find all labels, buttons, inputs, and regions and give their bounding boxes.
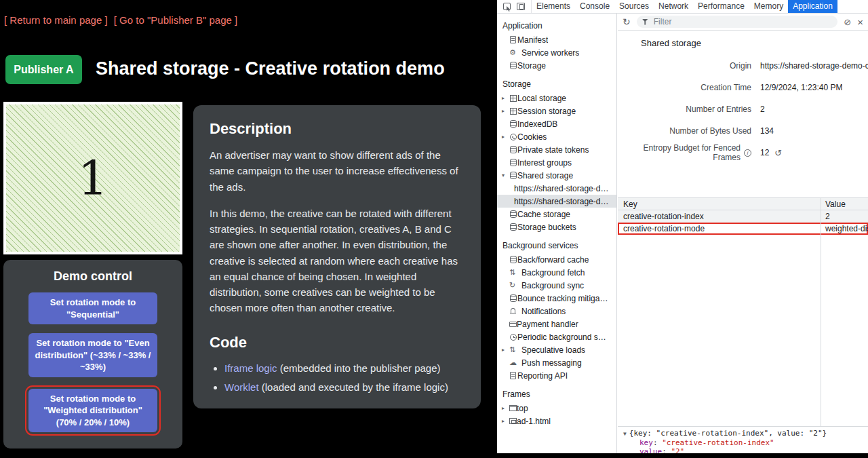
sidebar-item[interactable]: Back/forward cache	[497, 253, 616, 266]
inspect-element-icon[interactable]	[503, 3, 511, 10]
metadata-label: Entropy Budget for Fenced Frames	[623, 143, 751, 162]
rotation-mode-button[interactable]: Set rotation mode to "Sequential"	[28, 292, 157, 324]
preview-key: value	[639, 447, 662, 453]
devtools-tab[interactable]: Network	[654, 0, 693, 13]
sidebar-item[interactable]: https://shared-storage-d…	[497, 195, 616, 208]
metadata-label-text: Number of Entries	[686, 104, 751, 114]
reset-budget-icon[interactable]	[774, 148, 782, 158]
expander-icon[interactable]: ▼	[623, 431, 627, 437]
item-label: Local storage	[517, 94, 566, 103]
metadata-row: Creation Time 12/9/2024, 1:23:40 PM	[623, 77, 868, 98]
filter-input[interactable]	[652, 16, 833, 27]
devtools-main-panel: ↻ ⊘ × Shared storage Origin https://shar…	[618, 14, 868, 453]
rotation-mode-button[interactable]: Set rotation mode to "Even distribution"…	[28, 333, 157, 377]
nav-link[interactable]: [ Go to "Publisher B" page ]	[114, 14, 237, 26]
delete-icon[interactable]: ×	[857, 16, 863, 28]
sidebar-item[interactable]: ▸ Speculative loads	[497, 343, 616, 356]
sidebar-item[interactable]: Storage buckets	[497, 221, 616, 233]
devtools-tab[interactable]: Memory	[749, 0, 788, 13]
devtools-tab[interactable]: Elements	[532, 0, 575, 13]
column-header-value[interactable]: Value	[821, 198, 868, 210]
nav-link[interactable]: [ Return to main page ]	[4, 14, 108, 26]
sidebar-section-title: Background services	[497, 236, 616, 253]
sidebar-item[interactable]: Private state tokens	[497, 143, 616, 156]
devtools-tab[interactable]: Performance	[693, 0, 749, 13]
item-label: Storage	[517, 61, 546, 71]
sidebar-item[interactable]: ▸ ad-1.html	[497, 415, 616, 427]
item-label: Manifest	[517, 35, 548, 45]
sidebar-item[interactable]: Periodic background s…	[497, 330, 616, 343]
item-label: Speculative loads	[521, 345, 585, 355]
item-label: ad-1.html	[517, 417, 551, 426]
table-rows: creative-rotation-index 2 creative-rotat…	[618, 210, 868, 235]
expand-arrow-icon[interactable]: ▸	[502, 405, 509, 411]
info-icon[interactable]	[744, 149, 751, 157]
description-card: Description An advertiser may want to sh…	[193, 105, 481, 408]
cell-value: weighted-distribution	[821, 223, 868, 235]
metadata-value: 12	[760, 148, 782, 158]
sidebar-item[interactable]: Background sync	[497, 279, 616, 292]
sidebar-item[interactable]: Service workers	[497, 46, 616, 59]
metadata-value-text: 134	[760, 126, 774, 136]
demo-control-title: Demo control	[28, 269, 157, 284]
filter-box[interactable]	[637, 16, 838, 28]
item-icon	[509, 49, 517, 57]
sidebar-item[interactable]: https://shared-storage-d…	[497, 182, 616, 195]
item-icon	[510, 256, 517, 263]
table-row[interactable]: creative-rotation-mode weighted-distribu…	[618, 223, 868, 235]
code-link[interactable]: Iframe logic	[224, 362, 277, 374]
item-icon	[510, 210, 517, 218]
expand-arrow-icon[interactable]: ▸	[502, 95, 509, 101]
column-header-key[interactable]: Key	[618, 198, 821, 210]
sidebar-item[interactable]: Storage	[497, 59, 616, 72]
preview-summary[interactable]: ▼{key: "creative-rotation-index", value:…	[623, 429, 863, 438]
sidebar-item[interactable]: Cache storage	[497, 208, 616, 221]
item-label: Reporting API	[517, 371, 568, 381]
clear-storage-icon[interactable]: ⊘	[844, 17, 851, 27]
code-link[interactable]: Worklet	[224, 381, 259, 393]
panel-toolbar: ↻ ⊘ ×	[618, 14, 868, 31]
devtools-tab[interactable]: Sources	[614, 0, 654, 13]
sidebar-item[interactable]: ▸ Cookies	[497, 130, 616, 143]
sidebar-item[interactable]: ▸ top	[497, 402, 616, 415]
metadata-label: Number of Entries	[623, 104, 751, 114]
table-row[interactable]: creative-rotation-index 2	[618, 210, 868, 223]
cell-key: creative-rotation-index	[618, 210, 821, 223]
expand-arrow-icon[interactable]: ▸	[502, 134, 509, 140]
sidebar-item[interactable]: ▾ Shared storage	[497, 169, 616, 182]
publisher-page: [ Return to main page ] [ Go to "Publish…	[0, 0, 497, 458]
item-icon	[510, 334, 517, 341]
item-icon	[510, 120, 517, 128]
devtools-window: Elements Console Sources Network Perform…	[497, 0, 868, 453]
expand-arrow-icon[interactable]: ▸	[502, 418, 509, 424]
metadata-label-text: Origin	[730, 61, 751, 71]
sidebar-item[interactable]: Payment handler	[497, 318, 616, 330]
reload-icon[interactable]: ↻	[623, 16, 631, 27]
sidebar-item[interactable]: Bounce tracking mitiga…	[497, 292, 616, 305]
description-paragraphs: An advertiser may want to show different…	[210, 147, 465, 316]
sidebar-item[interactable]: Notifications	[497, 305, 616, 318]
expand-arrow-icon[interactable]: ▸	[502, 108, 509, 114]
metadata-label: Creation Time	[623, 83, 751, 92]
sidebar-item[interactable]: Reporting API	[497, 369, 616, 382]
cell-value: 2	[821, 210, 868, 223]
sidebar-item[interactable]: IndexedDB	[497, 117, 616, 130]
description-paragraph: An advertiser may want to show different…	[210, 147, 465, 195]
sidebar-item[interactable]: Background fetch	[497, 266, 616, 279]
expand-arrow-icon[interactable]: ▾	[502, 172, 509, 178]
rotation-mode-button[interactable]: Set rotation mode to "Weighted distribut…	[28, 389, 157, 433]
devtools-tab[interactable]: Console	[575, 0, 614, 13]
filter-funnel-icon	[642, 19, 648, 25]
item-label: Storage buckets	[517, 223, 576, 232]
sidebar-item[interactable]: ▸ Local storage	[497, 92, 616, 104]
preview-key: key	[639, 438, 653, 447]
device-toolbar-icon[interactable]	[517, 3, 525, 10]
code-item-text: (embedded into the publisher page)	[277, 362, 441, 374]
sidebar-item[interactable]: Push messaging	[497, 356, 616, 369]
sidebar-item[interactable]: Interest groups	[497, 156, 616, 169]
sidebar-item[interactable]: Manifest	[497, 33, 616, 46]
sidebar-item[interactable]: ▸ Session storage	[497, 104, 616, 117]
item-label: Bounce tracking mitiga…	[517, 294, 608, 303]
devtools-tab[interactable]: Application	[788, 0, 837, 13]
expand-arrow-icon[interactable]: ▸	[502, 347, 509, 353]
